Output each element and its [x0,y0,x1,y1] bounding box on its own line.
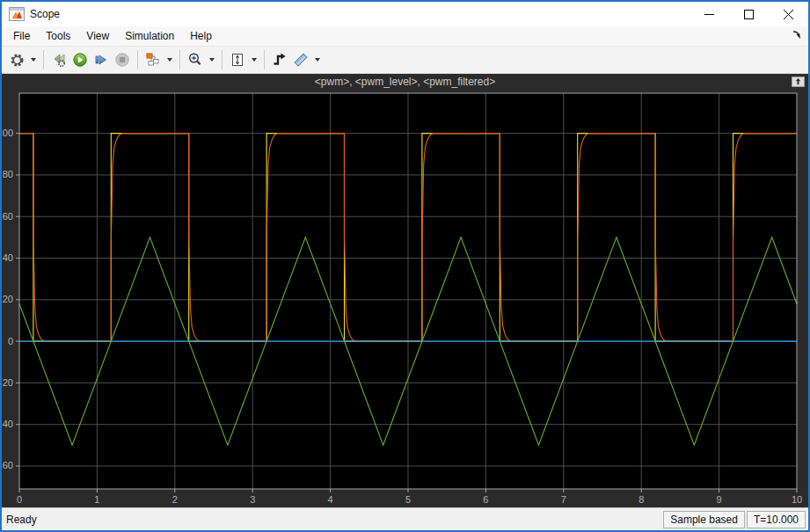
maximize-button[interactable] [729,2,769,26]
svg-text:1: 1 [94,494,99,505]
span-dropdown-caret[interactable] [248,49,259,70]
svg-text:0: 0 [17,494,22,505]
step-forward-icon[interactable] [91,49,112,70]
svg-text:7: 7 [561,494,566,505]
span-y-axis-icon[interactable] [227,49,248,70]
svg-text:-60: -60 [2,460,13,470]
toolbar-separator [137,50,138,69]
menu-bar: File Tools View Simulation Help [2,26,808,46]
undock-axes-icon[interactable] [791,76,806,88]
menu-tools[interactable]: Tools [38,26,78,46]
scope-plot[interactable]: 012345678910-60-40-20020406080100 [2,74,808,507]
window-controls [690,2,808,26]
toolbar-separator [43,50,44,69]
close-button[interactable] [769,2,808,26]
menu-file[interactable]: File [5,26,38,46]
svg-text:5: 5 [405,494,411,505]
toolbar-separator [179,50,180,69]
settings-gear-icon[interactable] [6,49,27,70]
scope-app-icon [9,7,25,21]
status-text: Ready [3,514,37,526]
simulation-time-badge: T=10.000 [747,511,806,528]
cursors-dropdown-caret[interactable] [311,49,323,70]
svg-text:4: 4 [328,494,333,505]
svg-text:-20: -20 [2,377,13,388]
signal-selector-icon[interactable] [142,49,164,70]
window-title: Scope [30,8,60,20]
zoom-in-icon[interactable] [185,49,206,70]
menu-help[interactable]: Help [182,26,220,46]
trigger-icon[interactable] [269,49,290,70]
svg-text:8: 8 [639,494,644,505]
status-bar: Ready Sample based T=10.000 [2,507,808,530]
svg-text:10: 10 [792,494,802,505]
zoom-dropdown-caret[interactable] [206,49,217,70]
svg-text:80: 80 [3,169,13,179]
svg-text:60: 60 [3,211,13,222]
dock-figure-icon[interactable] [791,29,803,41]
scope-canvas[interactable]: 012345678910-60-40-20020406080100 <pwm>,… [2,74,808,507]
menu-view[interactable]: View [78,26,117,46]
svg-text:0: 0 [8,336,13,346]
stop-button-icon[interactable] [112,49,133,70]
toolbar-separator [222,50,223,69]
toolbar-separator [264,50,265,69]
menu-simulation[interactable]: Simulation [117,26,182,46]
toolbar [2,46,808,74]
svg-text:2: 2 [172,494,178,505]
svg-text:40: 40 [3,252,13,263]
step-back-icon[interactable] [48,49,69,70]
minimize-button[interactable] [690,2,729,26]
svg-text:3: 3 [250,494,255,505]
scope-window: Scope File Tools View Simulation Help [0,0,810,532]
svg-text:6: 6 [483,494,488,505]
settings-dropdown-caret[interactable] [27,49,39,70]
svg-text:9: 9 [717,494,722,505]
run-button-icon[interactable] [69,49,91,70]
title-bar[interactable]: Scope [2,2,808,26]
sample-mode-badge: Sample based [663,511,745,528]
svg-text:20: 20 [3,294,13,304]
cursor-measurements-icon[interactable] [290,49,311,70]
signal-selector-dropdown-caret[interactable] [164,49,175,70]
svg-text:-40: -40 [2,419,13,429]
svg-text:100: 100 [2,128,13,138]
